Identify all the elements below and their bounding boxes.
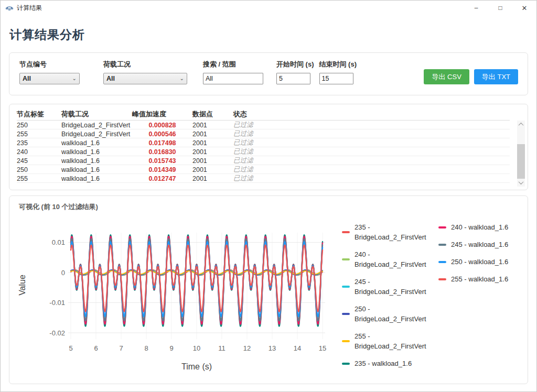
cell-case: walkload_1.6 — [61, 157, 132, 165]
chevron-down-icon: ⌄ — [72, 75, 77, 81]
cell-node: 245 — [17, 157, 61, 165]
legend-label: 240 - BridgeLoad_2_FirstVert — [355, 249, 430, 269]
table-body: 250BridgeLoad_2_FirstVert0.0008282001已过滤… — [17, 121, 510, 183]
legend-label: 250 - BridgeLoad_2_FirstVert — [355, 304, 430, 324]
minimize-button[interactable]: – — [464, 1, 488, 15]
cell-status: 已过滤 — [233, 138, 510, 147]
table-row: 255walkload_1.60.0127472001已过滤 — [17, 174, 510, 183]
app-window: { "window": { "title": "计算结果", "controls… — [0, 0, 537, 392]
svg-text:-0.01: -0.01 — [49, 299, 65, 307]
cell-node: 255 — [17, 130, 61, 138]
cell-status: 已过滤 — [233, 156, 510, 165]
node-filter-group: 节点编号 All ⌄ — [19, 60, 80, 84]
svg-text:0: 0 — [61, 269, 65, 277]
cell-peak: 0.015743 — [132, 157, 192, 165]
cell-points: 2001 — [192, 166, 233, 173]
cell-points: 2001 — [192, 130, 233, 138]
cell-node: 250 — [17, 166, 61, 173]
legend-swatch-icon — [342, 313, 350, 315]
legend-swatch-icon — [438, 226, 446, 228]
x-axis-title: Time (s) — [181, 362, 212, 371]
end-time-label: 结束时间 (s) — [319, 60, 357, 69]
cell-node: 250 — [17, 122, 61, 129]
legend-swatch-icon — [438, 261, 446, 263]
loadcase-filter-label: 荷载工况 — [103, 60, 187, 69]
legend-swatch-icon — [438, 244, 446, 246]
cell-status: 已过滤 — [233, 121, 510, 129]
cell-peak: 0.012747 — [132, 175, 192, 182]
scroll-down-icon — [519, 179, 524, 184]
legend-swatch-icon — [342, 286, 350, 288]
node-filter-label: 节点编号 — [19, 60, 80, 69]
loadcase-filter-group: 荷载工况 All ⌄ — [103, 60, 187, 84]
chevron-down-icon: ⌄ — [180, 75, 184, 81]
cell-case: walkload_1.6 — [61, 148, 132, 156]
results-table: 节点标签 荷载工况 峰值加速度 数据点 状态 250BridgeLoad_2_F… — [9, 104, 528, 190]
header-cell-status: 状态 — [233, 110, 510, 119]
legend-label: 235 - walkload_1.6 — [355, 358, 412, 368]
legend-item[interactable]: 240 - walkload_1.6 — [438, 222, 535, 232]
legend-label: 255 - walkload_1.6 — [451, 274, 508, 284]
svg-text:-0.02: -0.02 — [49, 329, 65, 337]
legend-swatch-icon — [342, 231, 350, 233]
cell-peak: 0.000546 — [132, 130, 192, 138]
legend-swatch-icon — [438, 278, 446, 280]
cell-status: 已过滤 — [233, 174, 510, 183]
search-input[interactable] — [203, 73, 263, 84]
svg-text:9: 9 — [169, 344, 173, 352]
legend-item[interactable]: 255 - walkload_1.6 — [438, 274, 535, 284]
legend-label: 255 - BridgeLoad_2_FirstVert — [355, 331, 430, 351]
scroll-down-button[interactable] — [517, 179, 525, 187]
legend-item[interactable]: 250 - BridgeLoad_2_FirstVert — [342, 304, 430, 324]
cell-points: 2001 — [192, 157, 233, 165]
cell-peak: 0.017498 — [132, 139, 192, 147]
legend-label: 245 - walkload_1.6 — [451, 239, 508, 249]
svg-text:7: 7 — [119, 344, 123, 352]
search-label: 搜索 / 范围 — [203, 60, 263, 69]
loadcase-filter-select[interactable]: All ⌄ — [103, 73, 187, 84]
window-titlebar[interactable]: 计算结果 – □ ✕ — [1, 1, 536, 15]
legend-item[interactable]: 255 - BridgeLoad_2_FirstVert — [342, 331, 430, 351]
table-row: 245walkload_1.60.0157432001已过滤 — [17, 156, 510, 165]
cell-points: 2001 — [192, 122, 233, 129]
scrollbar-thumb[interactable] — [517, 144, 525, 179]
cell-points: 2001 — [192, 139, 233, 147]
maximize-button[interactable]: □ — [488, 1, 512, 15]
legend-item[interactable]: 240 - BridgeLoad_2_FirstVert — [342, 249, 430, 269]
legend-item[interactable]: 235 - BridgeLoad_2_FirstVert — [342, 222, 430, 242]
legend-item[interactable]: 235 - walkload_1.6 — [342, 358, 430, 368]
loadcase-filter-value: All — [106, 75, 115, 82]
legend-item[interactable]: 245 - BridgeLoad_2_FirstVert — [342, 277, 430, 297]
cell-points: 2001 — [192, 148, 233, 156]
end-time-field[interactable] — [319, 73, 353, 84]
filter-panel: 节点编号 All ⌄ 荷载工况 All ⌄ 搜索 / 范围 开始时间 (s) 结… — [9, 52, 528, 95]
close-button[interactable]: ✕ — [512, 1, 536, 15]
scroll-up-button[interactable] — [517, 121, 525, 128]
svg-text:5: 5 — [69, 344, 72, 352]
export-csv-button[interactable]: 导出 CSV — [424, 69, 469, 84]
chart-title: 可视化 (前 10 个过滤结果) — [19, 202, 518, 212]
node-filter-select[interactable]: All ⌄ — [19, 73, 80, 84]
cell-case: BridgeLoad_2_FirstVert — [61, 122, 132, 129]
svg-text:10: 10 — [193, 344, 200, 352]
legend-item[interactable]: 250 - walkload_1.6 — [438, 257, 535, 267]
cell-status: 已过滤 — [233, 165, 510, 174]
line-chart[interactable]: 0.010-0.01-0.0256789101112131415Time (s)… — [17, 226, 331, 378]
cell-case: walkload_1.6 — [61, 166, 132, 173]
table-row: 255BridgeLoad_2_FirstVert0.0005462001已过滤 — [17, 129, 510, 138]
end-time-group: 结束时间 (s) — [319, 60, 357, 84]
export-txt-button[interactable]: 导出 TXT — [474, 69, 518, 84]
scroll-up-icon — [519, 123, 524, 128]
legend-label: 235 - BridgeLoad_2_FirstVert — [355, 222, 430, 242]
start-time-field[interactable] — [276, 73, 310, 84]
table-row: 240walkload_1.60.0168302001已过滤 — [17, 147, 510, 156]
table-row: 235walkload_1.60.0174982001已过滤 — [17, 138, 510, 147]
cell-node: 255 — [17, 175, 61, 182]
header-cell-node: 节点标签 — [17, 110, 61, 119]
legend-item[interactable]: 245 - walkload_1.6 — [438, 239, 535, 249]
table-scrollbar[interactable] — [517, 121, 525, 187]
svg-text:8: 8 — [144, 344, 148, 352]
cell-points: 2001 — [192, 175, 233, 182]
page-title: 计算结果分析 — [9, 27, 536, 43]
legend-swatch-icon — [342, 363, 350, 365]
